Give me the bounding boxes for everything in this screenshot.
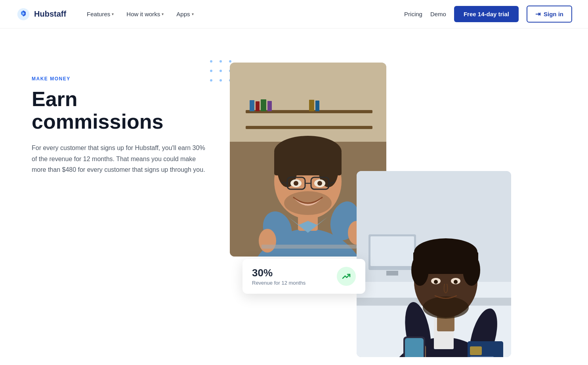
free-trial-button[interactable]: Free 14-day trial (454, 6, 519, 22)
svg-rect-55 (405, 338, 424, 357)
hero-title: Earn commissions (32, 88, 206, 133)
dot-2 (220, 60, 222, 63)
svg-point-47 (423, 297, 469, 319)
stat-label: Revenue for 12 months (252, 280, 305, 286)
signin-button[interactable]: ⇥ Sign in (527, 6, 572, 23)
stats-trend-icon (337, 267, 356, 286)
hero-photo-secondary (357, 171, 511, 357)
stats-card: 30% Revenue for 12 months (242, 259, 365, 294)
hubstaff-logo-icon (16, 7, 31, 22)
hero-section: MAKE MONEY Earn commissions For every cu… (0, 29, 588, 365)
svg-rect-8 (267, 101, 272, 111)
svg-rect-37 (386, 271, 398, 276)
svg-point-51 (454, 280, 458, 284)
svg-rect-10 (315, 101, 319, 111)
hero-eyebrow: MAKE MONEY (32, 76, 206, 82)
svg-point-29 (259, 229, 276, 253)
apps-label: Apps (176, 11, 190, 17)
signin-icon: ⇥ (535, 10, 540, 18)
navbar: Hubstaff Features ▾ How it works ▾ Apps … (0, 0, 588, 29)
features-label: Features (87, 11, 110, 17)
hero-description: For every customer that signs up for Hub… (32, 143, 206, 175)
svg-rect-6 (256, 101, 260, 111)
dot-4 (210, 70, 212, 72)
svg-point-27 (317, 181, 322, 186)
stat-percentage: 30% (252, 267, 305, 279)
svg-rect-7 (261, 99, 266, 111)
svg-rect-60 (470, 356, 494, 357)
dot-3 (229, 60, 231, 63)
logo[interactable]: Hubstaff (16, 7, 66, 22)
nav-apps[interactable]: Apps ▾ (172, 8, 198, 21)
how-it-works-chevron-icon: ▾ (162, 12, 164, 16)
hero-content: MAKE MONEY Earn commissions For every cu… (0, 29, 222, 191)
dot-7 (210, 79, 212, 82)
svg-point-50 (434, 280, 438, 284)
svg-rect-36 (370, 236, 414, 266)
trend-up-icon (342, 272, 351, 281)
how-it-works-label: How it works (126, 11, 160, 17)
signin-label: Sign in (544, 11, 563, 17)
svg-rect-4 (246, 126, 372, 129)
nav-features[interactable]: Features ▾ (82, 8, 118, 21)
nav-right: Pricing Demo Free 14-day trial ⇥ Sign in (404, 6, 572, 23)
dot-8 (220, 79, 222, 82)
stats-text-group: 30% Revenue for 12 months (252, 267, 305, 286)
dot-5 (220, 70, 222, 72)
dot-1 (210, 60, 212, 63)
nav-pricing[interactable]: Pricing (404, 11, 422, 17)
svg-point-0 (22, 12, 25, 15)
svg-rect-46 (413, 252, 478, 274)
svg-rect-9 (309, 100, 314, 111)
apps-chevron-icon: ▾ (192, 12, 194, 16)
nav-links: Features ▾ How it works ▾ Apps ▾ (82, 8, 404, 21)
svg-rect-17 (274, 152, 342, 175)
man-phone-illustration (357, 171, 511, 357)
features-chevron-icon: ▾ (112, 12, 114, 16)
svg-rect-59 (470, 346, 482, 355)
svg-rect-32 (262, 245, 357, 249)
nav-demo[interactable]: Demo (430, 11, 446, 17)
svg-point-26 (294, 181, 298, 186)
logo-text: Hubstaff (34, 10, 66, 19)
nav-how-it-works[interactable]: How it works ▾ (122, 8, 168, 21)
svg-rect-5 (250, 100, 254, 111)
